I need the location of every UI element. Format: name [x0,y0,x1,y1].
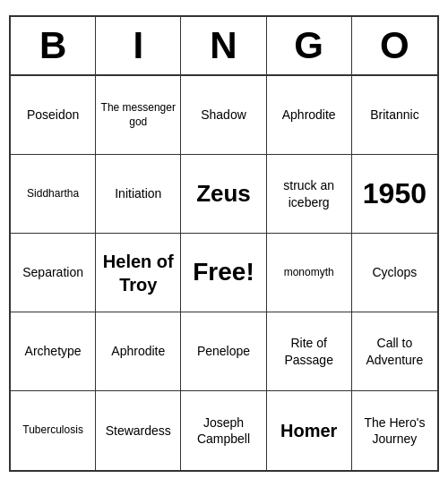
header-letter: O [352,17,437,74]
bingo-cell: Call to Adventure [352,312,437,391]
bingo-cell: Shadow [181,76,266,155]
bingo-header: BINGO [11,17,437,76]
bingo-cell: Homer [267,391,352,470]
bingo-cell: Aphrodite [96,312,181,391]
bingo-cell: Joseph Campbell [181,391,266,470]
bingo-cell: Aphrodite [267,76,352,155]
bingo-cell: 1950 [352,155,437,234]
bingo-cell: struck an iceberg [267,155,352,234]
bingo-cell: Free! [181,234,266,312]
bingo-cell: Initiation [96,155,181,234]
bingo-cell: Helen of Troy [96,234,181,312]
bingo-grid: PoseidonThe messenger godShadowAphrodite… [11,76,437,470]
bingo-cell: Rite of Passage [267,312,352,391]
bingo-cell: Archetype [11,312,96,391]
bingo-cell: Cyclops [352,234,437,312]
bingo-cell: Poseidon [11,76,96,155]
header-letter: I [96,17,181,74]
bingo-cell: Siddhartha [11,155,96,234]
bingo-cell: Zeus [181,155,266,234]
bingo-cell: monomyth [267,234,352,312]
header-letter: B [11,17,96,74]
bingo-cell: Britannic [352,76,437,155]
header-letter: N [181,17,266,74]
bingo-cell: Tuberculosis [11,391,96,470]
bingo-card: BINGO PoseidonThe messenger godShadowAph… [9,15,439,472]
bingo-cell: The Hero's Journey [352,391,437,470]
bingo-cell: The messenger god [96,76,181,155]
bingo-cell: Stewardess [96,391,181,470]
bingo-cell: Separation [11,234,96,312]
header-letter: G [267,17,352,74]
bingo-cell: Penelope [181,312,266,391]
